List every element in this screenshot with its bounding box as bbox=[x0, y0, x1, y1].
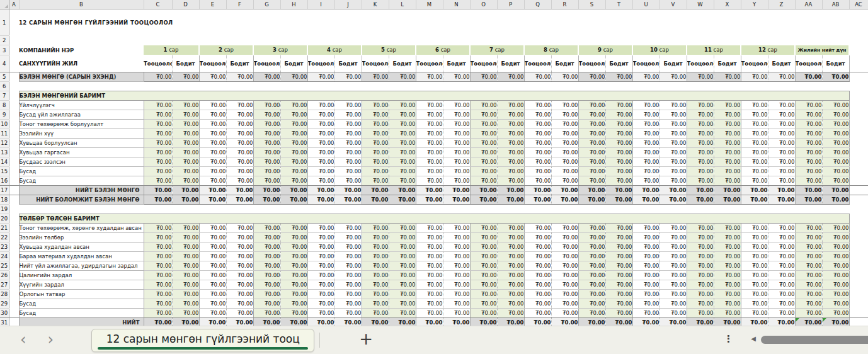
cell-I18[interactable]: ₮0.00 bbox=[307, 195, 334, 205]
cell-AB12[interactable]: ₮0.00 bbox=[822, 139, 849, 148]
row-header-3[interactable]: 3 bbox=[0, 45, 9, 55]
cell-V8[interactable]: ₮0.00 bbox=[660, 101, 687, 110]
cell-M29[interactable]: ₮0.00 bbox=[416, 299, 443, 309]
cell-E15[interactable]: ₮0.00 bbox=[199, 167, 226, 176]
cell-L29[interactable]: ₮0.00 bbox=[389, 299, 416, 309]
cell-F22[interactable]: ₮0.00 bbox=[226, 233, 253, 243]
cell-F24[interactable]: ₮0.00 bbox=[226, 252, 253, 261]
cell-Q17[interactable]: ₮0.00 bbox=[524, 186, 551, 195]
cell-I29[interactable]: ₮0.00 bbox=[307, 299, 334, 309]
cell-P8[interactable]: ₮0.00 bbox=[497, 101, 524, 110]
cell-H29[interactable]: ₮0.00 bbox=[280, 299, 307, 309]
cell-U16[interactable]: ₮0.00 bbox=[632, 176, 660, 186]
cell-A23[interactable] bbox=[9, 243, 19, 252]
cell-O15[interactable]: ₮0.00 bbox=[470, 167, 497, 176]
cell-P17[interactable]: ₮0.00 bbox=[497, 186, 524, 195]
cell-C25[interactable]: ₮0.00 bbox=[144, 261, 172, 271]
cell-AC7[interactable] bbox=[849, 91, 868, 101]
cell-K13[interactable]: ₮0.00 bbox=[362, 148, 389, 157]
cell-J5[interactable]: ₮0.00 bbox=[334, 72, 362, 82]
cell-U29[interactable]: ₮0.00 bbox=[632, 299, 660, 309]
cell-C21[interactable]: ₮0.00 bbox=[144, 224, 172, 233]
cell-J18[interactable]: ₮0.00 bbox=[334, 195, 362, 205]
cell-U22[interactable]: ₮0.00 bbox=[632, 233, 660, 243]
cell-L24[interactable]: ₮0.00 bbox=[389, 252, 416, 261]
column-header-T[interactable]: T bbox=[605, 0, 632, 9]
row-label-12[interactable]: Хувьцаа борлуулсан bbox=[19, 139, 144, 148]
cell-T8[interactable]: ₮0.00 bbox=[605, 101, 632, 110]
cell-S5[interactable]: ₮0.00 bbox=[578, 72, 605, 82]
cell-Q5[interactable]: ₮0.00 bbox=[524, 72, 551, 82]
cell-A1[interactable] bbox=[9, 9, 19, 36]
column-header-E[interactable]: E bbox=[199, 0, 226, 9]
cell-H25[interactable]: ₮0.00 bbox=[280, 261, 307, 271]
cell-U12[interactable]: ₮0.00 bbox=[632, 139, 660, 148]
cell-J10[interactable]: ₮0.00 bbox=[334, 120, 362, 129]
cell-G11[interactable]: ₮0.00 bbox=[253, 129, 280, 139]
cell-P5[interactable]: ₮0.00 bbox=[497, 72, 524, 82]
cell-A20[interactable] bbox=[9, 214, 19, 224]
cell-K25[interactable]: ₮0.00 bbox=[362, 261, 389, 271]
cell-H5[interactable]: ₮0.00 bbox=[280, 72, 307, 82]
cell-R26[interactable]: ₮0.00 bbox=[551, 271, 578, 280]
cell-V10[interactable]: ₮0.00 bbox=[660, 120, 687, 129]
row-header-28[interactable]: 28 bbox=[0, 290, 9, 299]
cell-R22[interactable]: ₮0.00 bbox=[551, 233, 578, 243]
cell-M10[interactable]: ₮0.00 bbox=[416, 120, 443, 129]
cell-T9[interactable]: ₮0.00 bbox=[605, 110, 632, 120]
cell-H8[interactable]: ₮0.00 bbox=[280, 101, 307, 110]
row-header-17[interactable]: 17 bbox=[0, 186, 9, 195]
cell-U18[interactable]: ₮0.00 bbox=[632, 195, 660, 205]
cell-F13[interactable]: ₮0.00 bbox=[226, 148, 253, 157]
cell-I11[interactable]: ₮0.00 bbox=[307, 129, 334, 139]
cell-AB15[interactable]: ₮0.00 bbox=[822, 167, 849, 176]
cell-T22[interactable]: ₮0.00 bbox=[605, 233, 632, 243]
cell-R18[interactable]: ₮0.00 bbox=[551, 195, 578, 205]
column-header-Q[interactable]: Q bbox=[524, 0, 551, 9]
cell-U13[interactable]: ₮0.00 bbox=[632, 148, 660, 157]
cell-E11[interactable]: ₮0.00 bbox=[199, 129, 226, 139]
column-header-N[interactable]: N bbox=[443, 0, 470, 9]
cell-D12[interactable]: ₮0.00 bbox=[172, 139, 199, 148]
cell-AC22[interactable] bbox=[849, 233, 868, 243]
cell-M12[interactable]: ₮0.00 bbox=[416, 139, 443, 148]
row-header-22[interactable]: 22 bbox=[0, 233, 9, 243]
cell-U30[interactable]: ₮0.00 bbox=[632, 309, 660, 318]
cell-X9[interactable]: ₮0.00 bbox=[714, 110, 741, 120]
cell-H11[interactable]: ₮0.00 bbox=[280, 129, 307, 139]
cell-S26[interactable]: ₮0.00 bbox=[578, 271, 605, 280]
cell-V26[interactable]: ₮0.00 bbox=[660, 271, 687, 280]
cell-A18[interactable] bbox=[9, 195, 19, 205]
cell-I24[interactable]: ₮0.00 bbox=[307, 252, 334, 261]
cell-X16[interactable]: ₮0.00 bbox=[714, 176, 741, 186]
cell-E5[interactable]: ₮0.00 bbox=[199, 72, 226, 82]
cell-F28[interactable]: ₮0.00 bbox=[226, 290, 253, 299]
row-label-10[interactable]: Тоног төхөөрөмж борлуулалт bbox=[19, 120, 144, 129]
cell-W8[interactable]: ₮0.00 bbox=[687, 101, 714, 110]
cell-O25[interactable]: ₮0.00 bbox=[470, 261, 497, 271]
row-label-29[interactable]: Бусад bbox=[19, 299, 144, 309]
cell-AA8[interactable]: ₮0.00 bbox=[795, 101, 822, 110]
cell-I9[interactable]: ₮0.00 bbox=[307, 110, 334, 120]
cell-A2[interactable] bbox=[9, 36, 19, 45]
cell-P18[interactable]: ₮0.00 bbox=[497, 195, 524, 205]
cell-U11[interactable]: ₮0.00 bbox=[632, 129, 660, 139]
cell-AC24[interactable] bbox=[849, 252, 868, 261]
cell-Z13[interactable]: ₮0.00 bbox=[768, 148, 795, 157]
column-header-P[interactable]: P bbox=[497, 0, 524, 9]
row-label-18[interactable]: НИЙТ БОЛОМЖИТ БЭЛЭН МӨНГӨ bbox=[19, 195, 144, 205]
cell-V25[interactable]: ₮0.00 bbox=[660, 261, 687, 271]
cell-O30[interactable]: ₮0.00 bbox=[470, 309, 497, 318]
cell-S12[interactable]: ₮0.00 bbox=[578, 139, 605, 148]
column-header-G[interactable]: G bbox=[253, 0, 280, 9]
cell-AA9[interactable]: ₮0.00 bbox=[795, 110, 822, 120]
cell-AC25[interactable] bbox=[849, 261, 868, 271]
cell-P23[interactable]: ₮0.00 bbox=[497, 243, 524, 252]
cell-Q14[interactable]: ₮0.00 bbox=[524, 157, 551, 167]
cell-H15[interactable]: ₮0.00 bbox=[280, 167, 307, 176]
cell-K23[interactable]: ₮0.00 bbox=[362, 243, 389, 252]
cell-J8[interactable]: ₮0.00 bbox=[334, 101, 362, 110]
cell-G27[interactable]: ₮0.00 bbox=[253, 280, 280, 290]
cell-T27[interactable]: ₮0.00 bbox=[605, 280, 632, 290]
cell-G25[interactable]: ₮0.00 bbox=[253, 261, 280, 271]
